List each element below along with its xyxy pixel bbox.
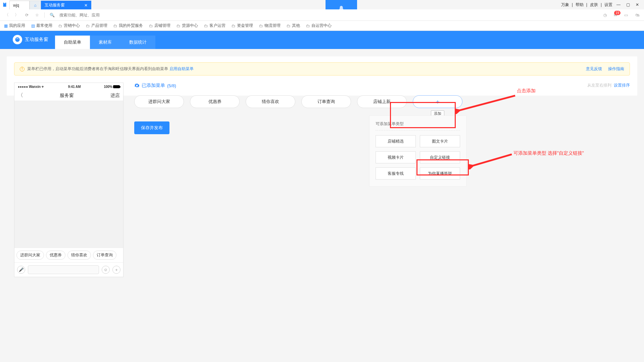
card-icon[interactable]: ▭ <box>623 13 629 17</box>
clock-icon[interactable]: ◷ <box>602 13 608 17</box>
minimize-icon[interactable]: — <box>616 2 621 7</box>
profile-tab[interactable]: wjq <box>9 1 30 9</box>
apps-icon: ▦ <box>4 23 8 28</box>
svg-line-2 <box>472 154 512 166</box>
folder-2[interactable]: 🗀我的外贸服务 <box>113 23 143 29</box>
folder-4[interactable]: 🗀货源中心 <box>177 23 198 29</box>
feedback-link[interactable]: 意见反馈 <box>586 66 602 72</box>
phone-back-icon[interactable]: 〈 <box>18 92 23 99</box>
add-menu-button[interactable]: ＋ 添加 <box>413 95 462 108</box>
active-tab-label: 互动服务窗 <box>45 2 65 8</box>
menu-type-option[interactable]: 图文卡片 <box>420 135 460 147</box>
folder-3[interactable]: 🗀店铺管理 <box>149 23 170 29</box>
my-apps[interactable]: ▦我的应用 <box>4 23 25 29</box>
phone-enter-shop[interactable]: 进店 <box>110 93 120 99</box>
phone-chip[interactable]: 猜你喜欢 <box>67 251 91 260</box>
skin-link[interactable]: 皮肤 <box>590 2 598 8</box>
phone-time: 9:41 AM <box>45 85 104 89</box>
workspace: ! 菜单栏已停用，启动菜单功能后消费者将在手淘和旺信聊天界面内看到自助菜单 启用… <box>7 56 637 96</box>
folder-icon: 🗀 <box>113 23 117 28</box>
info-icon: ! <box>20 67 24 71</box>
menu-type-option-custom-link[interactable]: 自定义链接 <box>420 151 460 163</box>
close-window-icon[interactable]: ✕ <box>635 2 640 7</box>
menu-type-panel: 可添加菜单类型 店铺精选 图文卡片 视频卡片 自定义链接 客服专线 为你直播答疑 <box>369 115 466 187</box>
back-icon[interactable]: 〈 <box>4 12 9 18</box>
phone-chip[interactable]: 订单查询 <box>93 251 116 260</box>
emoji-icon[interactable]: ☺ <box>102 266 110 274</box>
settings-link[interactable]: 设置 <box>604 2 612 8</box>
folder-0[interactable]: 🗀营销中心 <box>58 23 80 29</box>
menu-pill[interactable]: 进群问大家 <box>134 95 184 108</box>
menu-pill[interactable]: 猜你喜欢 <box>246 95 295 108</box>
app-logo-icon <box>13 35 22 44</box>
notice-bar: ! 菜单栏已停用，启动菜单功能后消费者将在手淘和旺信聊天界面内看到自助菜单 启用… <box>14 62 630 75</box>
gear-icon <box>134 83 140 88</box>
wanxiang-link[interactable]: 万象 <box>561 2 569 8</box>
phone-chip-row: 进群问大家 优惠券 猜你喜欢 订单查询 <box>14 248 123 262</box>
attach-icon[interactable]: ＋ <box>112 266 120 274</box>
browser-tab-bar: wjq ⌂ 互动服务窗 ✕ <box>0 0 91 9</box>
forward-icon[interactable]: 〉 <box>14 12 19 18</box>
folder-icon: 🗀 <box>58 23 62 28</box>
sort-link[interactable]: 设置排序 <box>614 83 630 88</box>
frequent[interactable]: ▤最常使用 <box>31 23 52 29</box>
home-icon: ⌂ <box>34 3 36 8</box>
menu-type-option[interactable]: 为你直播答疑 <box>420 167 460 179</box>
phone-text-input[interactable] <box>28 265 99 274</box>
folder-9[interactable]: 🗀自运营中心 <box>306 23 332 29</box>
mic-icon[interactable]: 🎤 <box>17 266 25 274</box>
plus-icon: ＋ <box>435 98 441 106</box>
sort-hint: 从左至右排列 <box>587 83 611 88</box>
notice-text: 菜单栏已停用，启动菜单功能后消费者将在手淘和旺信聊天界面内看到自助菜单 <box>27 66 168 72</box>
folder-6[interactable]: 🗀资金管理 <box>232 23 253 29</box>
folder-icon: 🗀 <box>306 23 310 28</box>
notice-enable-link[interactable]: 启用自助菜单 <box>169 66 194 72</box>
wifi-icon: ᯤ <box>42 85 45 89</box>
app-tab-1[interactable]: 素材库 <box>90 36 120 49</box>
guide-link[interactable]: 操作指南 <box>608 66 624 72</box>
home-tab[interactable]: ⌂ <box>30 1 41 9</box>
folder-7[interactable]: 🗀物流管理 <box>259 23 281 29</box>
bookmark-star-icon[interactable]: ☆ <box>34 13 40 17</box>
menu-type-option[interactable]: 客服专线 <box>376 167 416 179</box>
search-icon: 🔍 <box>49 13 55 17</box>
app-title: 互动服务窗 <box>13 35 48 44</box>
menu-editor: 已添加菜单 (5/8) 从左至右排列 设置排序 进群问大家 优惠券 猜你喜欢 订… <box>134 83 630 134</box>
folder-1[interactable]: 🗀产品管理 <box>86 23 107 29</box>
folder-5[interactable]: 🗀客户运营 <box>204 23 226 29</box>
phone-body <box>14 101 123 248</box>
phone-chip[interactable]: 优惠券 <box>46 251 65 260</box>
menu-pill[interactable]: 店铺上新 <box>357 95 407 108</box>
phone-input-row: 🎤 ☺ ＋ <box>14 262 123 277</box>
menu-type-option[interactable]: 视频卡片 <box>376 151 416 163</box>
app-tab-0[interactable]: 自助菜单 <box>55 36 90 49</box>
folder-icon: 🗀 <box>287 23 291 28</box>
section-count: (5/8) <box>167 83 176 88</box>
refresh-icon[interactable]: ⟳ <box>24 13 30 17</box>
maximize-icon[interactable]: ▢ <box>626 2 630 7</box>
folder-icon: 🗀 <box>86 23 90 28</box>
phone-status-bar: ●●●●● Wanxin ᯤ 9:41 AM 100% <box>14 83 123 90</box>
menu-pill[interactable]: 订单查询 <box>301 95 351 108</box>
folder-icon: 🗀 <box>232 23 236 28</box>
app-logo-icon[interactable] <box>0 0 9 9</box>
save-publish-button[interactable]: 保存并发布 <box>134 121 169 134</box>
battery-icon <box>113 85 120 88</box>
menu-pill[interactable]: 优惠券 <box>190 95 240 108</box>
frequent-icon: ▤ <box>31 23 35 28</box>
folder-8[interactable]: 🗀其他 <box>287 23 300 29</box>
app-tab-2[interactable]: 数据统计 <box>120 36 155 49</box>
menu-pill-row: 进群问大家 优惠券 猜你喜欢 订单查询 店铺上新 ＋ 添加 <box>134 95 630 108</box>
bag-icon[interactable]: 🛍 <box>635 13 640 17</box>
help-link[interactable]: 帮助 <box>576 2 584 8</box>
active-tab[interactable]: 互动服务窗 ✕ <box>41 1 91 9</box>
close-tab-icon[interactable]: ✕ <box>84 3 88 8</box>
folder-icon: 🗀 <box>149 23 153 28</box>
search-input[interactable] <box>59 13 147 17</box>
phone-chip[interactable]: 进群问大家 <box>16 251 44 260</box>
svg-point-0 <box>15 37 19 42</box>
carrier-label: ●●●●● Wanxin <box>18 85 41 89</box>
menu-type-option[interactable]: 店铺精选 <box>376 135 416 147</box>
folder-icon: 🗀 <box>259 23 263 28</box>
annotation-label-2: 可添加菜单类型 选择"自定义链接" <box>513 150 584 156</box>
